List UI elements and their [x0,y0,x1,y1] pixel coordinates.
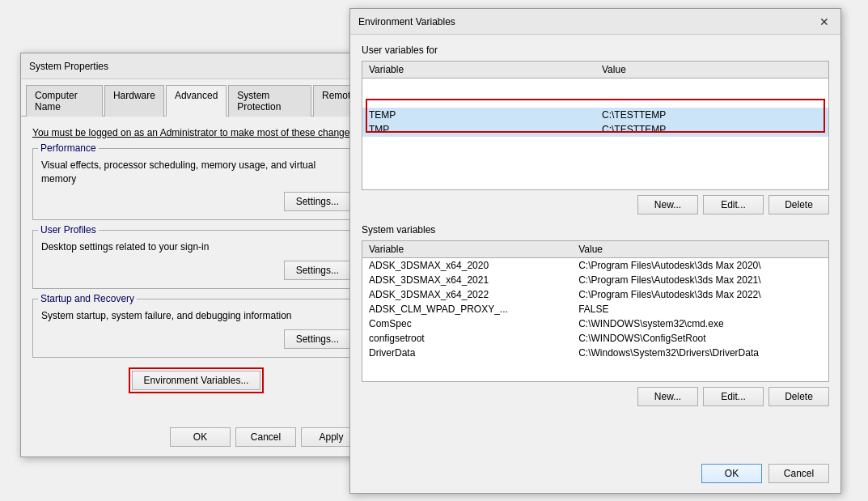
sys-var-row[interactable]: ADSK_CLM_WPAD_PROXY_...FALSE [362,302,828,316]
sys-var-value: C:\WINDOWS\system32\cmd.exe [572,316,828,331]
env-vars-btn-row: Environment Variables... [32,367,360,393]
sys-var-value: C:\Program Files\Autodesk\3ds Max 2021\ [572,273,828,287]
sys-vars-edit-button[interactable]: Edit... [703,387,764,406]
performance-group: Performance Visual effects, processor sc… [32,148,360,221]
user-var-variable: TMP [362,122,595,137]
sys-props-title: System Properties [29,61,108,72]
env-vars-content: User variables for Variable Value TEMPC:… [350,35,840,448]
sys-props-cancel-button[interactable]: Cancel [235,427,296,447]
performance-desc: Visual effects, processor scheduling, me… [41,159,351,186]
tab-computer-name[interactable]: Computer Name [26,85,103,117]
user-var-value: C:\TESTTEMP [595,108,828,122]
tab-advanced[interactable]: Advanced [166,85,227,117]
sys-var-row[interactable]: ADSK_3DSMAX_x64_2020C:\Program Files\Aut… [362,258,828,274]
sys-var-variable: ADSK_CLM_WPAD_PROXY_... [362,302,572,316]
env-vars-title: Environment Variables [358,16,455,28]
env-vars-close-button[interactable]: ✕ [816,14,832,30]
performance-label: Performance [38,142,99,154]
user-vars-col-value: Value [595,62,828,79]
user-profiles-desc: Desktop settings related to your sign-in [41,240,351,254]
tab-hardware[interactable]: Hardware [104,85,164,117]
startup-recovery-label: Startup and Recovery [38,293,137,304]
sys-props-title-bar: System Properties ✕ [21,53,371,79]
env-vars-cancel-button[interactable]: Cancel [768,464,829,483]
sys-vars-col-value: Value [572,241,828,258]
user-vars-btn-row: New... Edit... Delete [362,195,829,214]
env-vars-bottom-buttons: OK Cancel [701,464,829,483]
sys-props-tabs: Computer Name Hardware Advanced System P… [21,79,371,117]
env-vars-ok-button[interactable]: OK [701,464,762,483]
startup-recovery-desc: System startup, system failure, and debu… [41,309,351,323]
sys-var-variable: DriverData [362,346,572,360]
env-vars-button[interactable]: Environment Variables... [132,371,261,390]
user-vars-table: Variable Value TEMPC:\TESTTEMPTMPC:\TEST… [362,62,828,137]
sys-vars-btn-row: New... Edit... Delete [362,387,829,406]
sys-var-row[interactable]: ComSpecC:\WINDOWS\system32\cmd.exe [362,316,828,331]
user-vars-new-button[interactable]: New... [637,195,698,214]
sys-var-value: C:\Windows\System32\Drivers\DriverData [572,346,828,360]
sys-vars-table-container[interactable]: Variable Value ADSK_3DSMAX_x64_2020C:\Pr… [362,240,829,382]
sys-props-bottom-buttons: OK Cancel Apply [170,427,362,447]
env-vars-button-highlight: Environment Variables... [129,367,265,393]
user-profiles-group: User Profiles Desktop settings related t… [32,230,360,289]
tab-advanced-content: You must be logged on as an Administrato… [21,117,371,403]
sys-vars-table: Variable Value ADSK_3DSMAX_x64_2020C:\Pr… [362,241,828,360]
user-vars-title: User variables for [362,45,829,56]
sys-var-row[interactable]: ADSK_3DSMAX_x64_2021C:\Program Files\Aut… [362,273,828,287]
sys-var-value: C:\Program Files\Autodesk\3ds Max 2022\ [572,287,828,302]
sys-var-value: FALSE [572,302,828,316]
sys-var-variable: ADSK_3DSMAX_x64_2020 [362,258,572,274]
sys-var-variable: ADSK_3DSMAX_x64_2022 [362,287,572,302]
user-vars-table-container[interactable]: Variable Value TEMPC:\TESTTEMPTMPC:\TEST… [362,61,829,190]
sys-var-value: C:\Program Files\Autodesk\3ds Max 2020\ [572,258,828,274]
system-properties-dialog: System Properties ✕ Computer Name Hardwa… [20,53,372,457]
env-vars-title-bar: Environment Variables ✕ [350,9,840,35]
sys-vars-delete-button[interactable]: Delete [768,387,829,406]
startup-recovery-settings-button[interactable]: Settings... [284,329,351,349]
sys-props-ok-button[interactable]: OK [170,427,231,447]
sys-var-variable: ComSpec [362,316,572,331]
user-var-row[interactable]: TEMPC:\TESTTEMP [362,108,828,122]
tab-system-protection[interactable]: System Protection [228,85,311,117]
admin-info-text: You must be logged on as an Administrato… [32,126,360,140]
user-profiles-settings-button[interactable]: Settings... [284,261,351,280]
user-var-value: C:\TESTTEMP [595,122,828,137]
sys-vars-title: System variables [362,224,829,236]
env-vars-dialog: Environment Variables ✕ User variables f… [349,8,841,494]
performance-settings-button[interactable]: Settings... [284,192,351,211]
sys-var-row[interactable]: ADSK_3DSMAX_x64_2022C:\Program Files\Aut… [362,287,828,302]
user-var-row[interactable]: TMPC:\TESTTEMP [362,122,828,137]
sys-var-variable: configsetroot [362,331,572,346]
admin-info-rest: as an Administrator to make most of thes… [131,127,357,138]
sys-vars-col-variable: Variable [362,241,572,258]
admin-info-underline: You must be logged on [32,127,131,138]
performance-btn-row: Settings... [41,192,351,211]
sys-var-variable: ADSK_3DSMAX_x64_2021 [362,273,572,287]
sys-var-value: C:\WINDOWS\ConfigSetRoot [572,331,828,346]
sys-var-row[interactable]: configsetrootC:\WINDOWS\ConfigSetRoot [362,331,828,346]
user-vars-col-variable: Variable [362,62,595,79]
user-profiles-label: User Profiles [38,224,99,236]
startup-recovery-btn-row: Settings... [41,329,351,349]
user-vars-edit-button[interactable]: Edit... [703,195,764,214]
startup-recovery-group: Startup and Recovery System startup, sys… [32,299,360,358]
user-vars-delete-button[interactable]: Delete [768,195,829,214]
sys-vars-new-button[interactable]: New... [637,387,698,406]
sys-var-row[interactable]: DriverDataC:\Windows\System32\Drivers\Dr… [362,346,828,360]
user-profiles-btn-row: Settings... [41,261,351,280]
user-var-variable: TEMP [362,108,595,122]
